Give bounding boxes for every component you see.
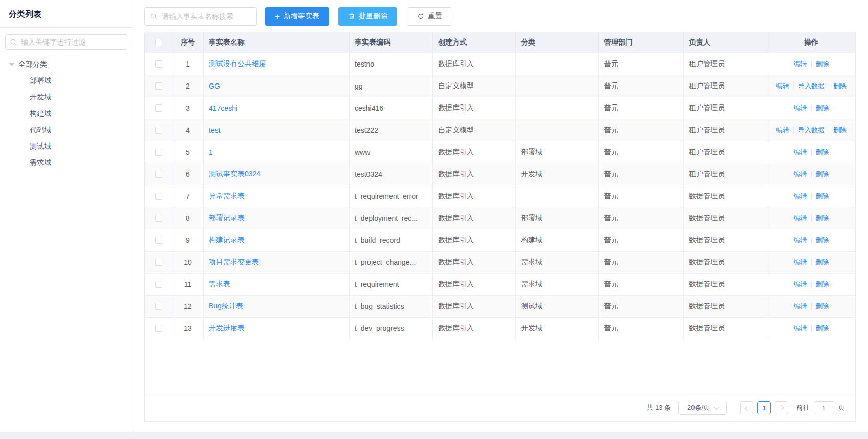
- row-checkbox[interactable]: [155, 281, 162, 288]
- fact-table-code-cell: t_project_change...: [350, 252, 433, 273]
- fact-table-name-link[interactable]: test: [209, 126, 221, 134]
- actions-cell: 编辑删除: [767, 53, 855, 75]
- fact-table-code-cell: t_requirement: [350, 274, 433, 295]
- next-page-button[interactable]: [775, 401, 788, 414]
- tree-item[interactable]: 需求域: [0, 154, 133, 171]
- tree-node-all-categories[interactable]: 全部分类: [0, 57, 133, 72]
- fact-table-name-link[interactable]: 部署记录表: [209, 214, 245, 223]
- goto-page-input[interactable]: [814, 401, 834, 414]
- category-filter-input[interactable]: [21, 38, 123, 46]
- edit-action-link[interactable]: 编辑: [794, 302, 807, 311]
- department-cell: 普元: [599, 252, 684, 273]
- department-cell: 普元: [599, 97, 684, 119]
- delete-action-link[interactable]: 删除: [816, 170, 829, 179]
- row-checkbox[interactable]: [155, 127, 162, 134]
- caret-down-icon: [9, 63, 14, 66]
- edit-action-link[interactable]: 编辑: [794, 170, 807, 179]
- delete-action-link[interactable]: 删除: [816, 148, 829, 157]
- fact-table-name-cell: GG: [204, 75, 350, 97]
- row-checkbox-cell: [145, 229, 172, 251]
- fact-table-name-cell: 部署记录表: [204, 207, 350, 229]
- fact-table-name-link[interactable]: Bug统计表: [209, 302, 243, 311]
- row-checkbox[interactable]: [155, 303, 162, 310]
- edit-action-link[interactable]: 编辑: [794, 214, 807, 223]
- edit-action-link[interactable]: 编辑: [776, 126, 789, 135]
- fact-table-name-link[interactable]: 项目需求变更表: [209, 258, 259, 267]
- page-number-1[interactable]: 1: [757, 401, 771, 414]
- row-checkbox[interactable]: [155, 259, 162, 266]
- chevron-right-icon: [778, 405, 784, 410]
- edit-action-link[interactable]: 编辑: [794, 148, 807, 157]
- page-size-select[interactable]: 20条/页: [678, 401, 727, 415]
- action-separator: [793, 83, 794, 90]
- prev-page-button[interactable]: [740, 401, 753, 414]
- import-data-action-link[interactable]: 导入数据: [798, 126, 824, 135]
- import-data-action-link[interactable]: 导入数据: [798, 81, 824, 91]
- fact-table-search-input[interactable]: [162, 12, 254, 20]
- edit-action-link[interactable]: 编辑: [794, 280, 807, 289]
- fact-table-name-link[interactable]: 构建记录表: [209, 236, 245, 245]
- department-cell: 普元: [599, 75, 684, 97]
- reset-button[interactable]: 重置: [407, 7, 452, 26]
- create-type-cell: 数据库引入: [433, 207, 516, 229]
- fact-table-name-link[interactable]: 测试事实表0324: [209, 170, 261, 179]
- row-checkbox-cell: [145, 252, 172, 273]
- refresh-icon: [417, 13, 424, 20]
- goto-suffix: 页: [838, 403, 845, 412]
- delete-action-link[interactable]: 删除: [816, 302, 829, 311]
- fact-table-name-link[interactable]: 需求表: [209, 280, 230, 289]
- delete-action-link[interactable]: 删除: [816, 192, 829, 201]
- delete-action-link[interactable]: 删除: [833, 81, 847, 91]
- table-row: 13开发进度表t_dev_progress数据库引入开发域普元数据管理员编辑删除: [145, 317, 855, 339]
- row-checkbox[interactable]: [155, 82, 162, 90]
- row-checkbox[interactable]: [155, 193, 162, 200]
- delete-action-link[interactable]: 删除: [816, 258, 829, 267]
- fact-table-code-cell: t_requirement_error: [350, 185, 433, 207]
- edit-action-link[interactable]: 编辑: [794, 324, 807, 333]
- fact-table-name-cell: 测试没有公共维度: [204, 53, 350, 75]
- column-header: 管理部门: [599, 32, 684, 53]
- fact-table-name-link[interactable]: 测试没有公共维度: [209, 59, 266, 69]
- row-checkbox[interactable]: [155, 149, 162, 156]
- edit-action-link[interactable]: 编辑: [776, 81, 789, 91]
- edit-action-link[interactable]: 编辑: [794, 236, 807, 245]
- select-all-checkbox[interactable]: [155, 39, 162, 46]
- add-fact-table-button[interactable]: + 新增事实表: [265, 7, 329, 26]
- delete-action-link[interactable]: 删除: [816, 324, 829, 333]
- delete-action-link[interactable]: 删除: [816, 103, 829, 113]
- owner-cell: 租户管理员: [684, 97, 767, 119]
- delete-action-link[interactable]: 删除: [816, 280, 829, 289]
- edit-action-link[interactable]: 编辑: [794, 103, 807, 113]
- delete-action-link[interactable]: 删除: [816, 214, 829, 223]
- bottom-strip: [0, 432, 868, 439]
- action-separator: [811, 105, 812, 112]
- fact-table-name-cell: 1: [204, 141, 350, 163]
- delete-action-link[interactable]: 删除: [816, 59, 829, 69]
- delete-action-link[interactable]: 删除: [816, 236, 829, 245]
- actions-cell: 编辑导入数据删除: [767, 119, 855, 141]
- fact-table-name-link[interactable]: 417ceshi: [209, 104, 237, 112]
- row-checkbox-cell: [145, 274, 172, 295]
- fact-table-name-link[interactable]: 异常需求表: [209, 192, 245, 201]
- delete-action-link[interactable]: 删除: [833, 126, 847, 135]
- tree-item[interactable]: 代码域: [0, 121, 133, 138]
- row-checkbox[interactable]: [155, 60, 162, 68]
- fact-table-name-link[interactable]: GG: [209, 82, 220, 90]
- tree-item[interactable]: 开发域: [0, 89, 133, 105]
- tree-item[interactable]: 测试域: [0, 138, 133, 154]
- row-checkbox[interactable]: [155, 171, 162, 178]
- row-checkbox[interactable]: [155, 325, 162, 332]
- fact-table-name-link[interactable]: 开发进度表: [209, 324, 245, 333]
- edit-action-link[interactable]: 编辑: [794, 59, 807, 69]
- row-checkbox[interactable]: [155, 237, 162, 244]
- fact-table-name-link[interactable]: 1: [209, 148, 213, 156]
- row-index-cell: 1: [172, 53, 204, 75]
- tree-item[interactable]: 构建域: [0, 105, 133, 121]
- edit-action-link[interactable]: 编辑: [794, 192, 807, 201]
- batch-delete-button[interactable]: 批量删除: [338, 7, 397, 26]
- row-checkbox[interactable]: [155, 215, 162, 222]
- tree-item[interactable]: 部署域: [0, 72, 133, 89]
- edit-action-link[interactable]: 编辑: [794, 258, 807, 267]
- fact-table-name-cell: 项目需求变更表: [204, 252, 350, 273]
- row-checkbox[interactable]: [155, 104, 162, 112]
